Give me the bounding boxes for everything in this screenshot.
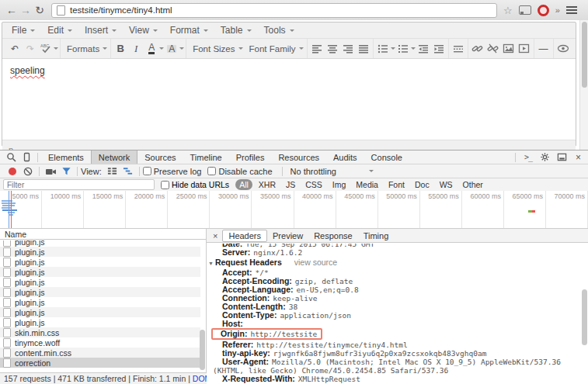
numbered-list-button[interactable] xyxy=(395,41,411,57)
request-row[interactable]: content.min.css xyxy=(0,348,200,358)
request-row[interactable]: plugin.js xyxy=(0,247,200,257)
insert-image-button[interactable] xyxy=(501,41,517,57)
forward-button[interactable]: → xyxy=(19,4,33,16)
editor-menu-item[interactable]: Edit xyxy=(41,23,78,37)
request-row[interactable]: plugin.js xyxy=(0,317,200,327)
request-row[interactable]: plugin.js xyxy=(0,307,200,317)
details-tab[interactable]: Preview xyxy=(267,230,308,241)
name-column-header[interactable]: Name xyxy=(0,229,206,240)
cast-icon[interactable] xyxy=(519,5,531,15)
bold-button[interactable]: B xyxy=(113,41,128,57)
inspect-element-icon[interactable] xyxy=(3,151,19,164)
preserve-log-checkbox[interactable]: Preserve log xyxy=(143,167,202,176)
page-scrollbar[interactable] xyxy=(579,20,588,150)
undo-button[interactable]: ↶ xyxy=(7,41,23,57)
preserve-log-input[interactable] xyxy=(143,167,151,175)
close-devtools-icon[interactable]: × xyxy=(572,152,585,163)
resource-type-filter[interactable]: Doc xyxy=(411,179,433,190)
request-row[interactable]: tinymce.woff xyxy=(0,337,200,348)
chevron-down-icon[interactable] xyxy=(179,47,184,52)
devtools-tab[interactable]: Sources xyxy=(137,150,183,164)
request-row[interactable]: plugin.js xyxy=(0,277,200,287)
filter-input[interactable] xyxy=(3,179,155,190)
request-row[interactable]: plugin.js xyxy=(0,267,200,277)
resource-type-filter[interactable]: Font xyxy=(384,179,409,190)
editor-menu-item[interactable]: Insert xyxy=(78,23,123,37)
align-right-button[interactable] xyxy=(340,41,356,57)
browser-menu-icon[interactable] xyxy=(566,5,577,16)
address-bar[interactable]: testsite/tinymce/tiny4.html xyxy=(51,3,497,18)
justify-button[interactable] xyxy=(356,41,371,57)
page-break-button[interactable] xyxy=(451,41,466,57)
font-sizes-dropdown[interactable]: Font Sizes xyxy=(188,41,244,57)
formats-dropdown[interactable]: Formats xyxy=(62,41,109,57)
insert-link-button[interactable] xyxy=(470,41,485,57)
devtools-tab[interactable]: Audits xyxy=(326,150,364,164)
outdent-button[interactable] xyxy=(416,41,431,57)
request-row[interactable]: plugin.js xyxy=(0,257,200,267)
italic-button[interactable]: I xyxy=(128,41,144,57)
resource-type-filter[interactable]: JS xyxy=(282,179,299,190)
record-button[interactable] xyxy=(5,165,20,178)
disable-cache-checkbox[interactable]: Disable cache xyxy=(207,167,272,176)
request-row[interactable]: correction xyxy=(0,358,200,368)
request-row[interactable]: plugin.js xyxy=(0,287,200,297)
console-drawer-icon[interactable]: >_ xyxy=(520,151,536,164)
scrollbar-thumb[interactable] xyxy=(582,22,587,88)
device-mode-icon[interactable] xyxy=(19,151,34,164)
devtools-tab[interactable]: Elements xyxy=(41,150,91,164)
request-row[interactable]: plugin.js xyxy=(0,240,200,247)
editor-menu-item[interactable]: Table xyxy=(214,23,258,37)
text-color-button[interactable]: A xyxy=(144,41,159,57)
editor-content-area[interactable]: speeling xyxy=(2,59,576,140)
extensions-overflow-icon[interactable]: » xyxy=(555,5,560,15)
network-overview[interactable]: 5000 ms10000 ms15000 ms20000 ms25000 ms3… xyxy=(0,191,588,229)
font-family-dropdown[interactable]: Font Family xyxy=(245,41,305,57)
filter-funnel-icon[interactable] xyxy=(58,165,74,178)
details-tab[interactable]: Headers xyxy=(222,230,267,242)
details-tab[interactable]: Timing xyxy=(358,230,395,241)
misspelled-word[interactable]: speeling xyxy=(10,65,45,76)
reload-button[interactable]: ↻ xyxy=(33,4,47,16)
dock-side-icon[interactable] xyxy=(555,151,570,164)
horizontal-rule-button[interactable]: — xyxy=(536,41,551,57)
view-waterfall-icon[interactable] xyxy=(120,165,136,178)
devtools-tab[interactable]: Profiles xyxy=(229,150,272,164)
resource-type-filter[interactable]: Other xyxy=(459,179,487,190)
editor-menu-item[interactable]: View xyxy=(123,23,164,37)
devtools-tab[interactable]: Timeline xyxy=(183,150,229,164)
spellcheck-button[interactable]: ABC xyxy=(38,41,54,57)
resource-type-filter[interactable]: CSS xyxy=(301,179,326,190)
details-tab[interactable]: Response xyxy=(308,230,358,241)
hide-data-urls-checkbox[interactable]: Hide data URLs xyxy=(161,180,229,189)
resource-type-filter[interactable]: Media xyxy=(352,179,382,190)
view-list-icon[interactable] xyxy=(105,165,120,178)
resource-type-filter[interactable]: WS xyxy=(436,179,457,190)
editor-menu-item[interactable]: Tools xyxy=(258,23,301,37)
clear-button[interactable] xyxy=(20,165,36,178)
view-source-link[interactable]: view source xyxy=(294,258,337,267)
editor-menu-item[interactable]: Format xyxy=(164,23,214,37)
align-left-button[interactable] xyxy=(309,41,325,57)
request-headers-section[interactable]: ▼Request Headersview source xyxy=(207,257,578,268)
background-color-button[interactable]: A xyxy=(164,41,179,57)
editor-menu-item[interactable]: File xyxy=(5,23,41,37)
devtools-tab[interactable]: Console xyxy=(364,150,409,164)
redo-button[interactable]: ↷ xyxy=(23,41,38,57)
devtools-tab[interactable]: Resources xyxy=(271,150,326,164)
request-row[interactable]: skin.min.css xyxy=(0,327,200,337)
resource-type-filter[interactable]: Img xyxy=(329,179,350,190)
hide-data-urls-input[interactable] xyxy=(161,181,169,189)
requests-scrollbar-thumb[interactable] xyxy=(200,330,205,370)
bookmark-star-icon[interactable]: ☆ xyxy=(503,5,513,16)
bullet-list-button[interactable] xyxy=(375,41,391,57)
disable-cache-input[interactable] xyxy=(207,167,216,175)
extension-icon[interactable] xyxy=(538,5,549,16)
devtools-tab[interactable]: Network xyxy=(91,150,137,164)
request-row[interactable]: plugin.js xyxy=(0,297,200,307)
indent-button[interactable] xyxy=(431,41,447,57)
resource-type-filter[interactable]: All xyxy=(235,179,252,190)
back-button[interactable]: ← xyxy=(5,4,19,16)
insert-media-button[interactable] xyxy=(517,41,532,57)
chevron-down-icon[interactable] xyxy=(54,47,58,52)
